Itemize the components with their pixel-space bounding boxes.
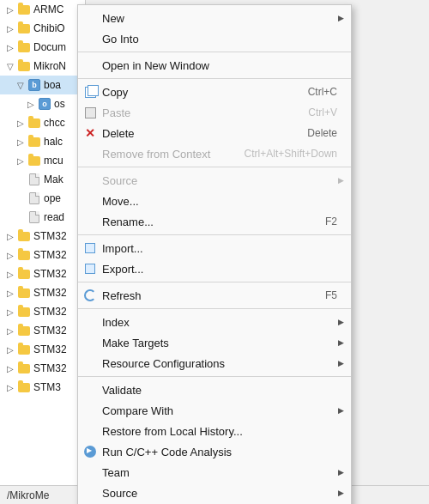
tree-item-stm32-2[interactable]: ▷ STM32 xyxy=(0,246,85,264)
menu-separator xyxy=(78,282,351,282)
tree-label: ope xyxy=(44,192,61,204)
tree-item-os[interactable]: ▷ o os xyxy=(0,94,85,113)
tree-label: halc xyxy=(44,136,63,148)
tree-arrow: ▷ xyxy=(7,288,17,298)
menu-item-label: Copy xyxy=(102,86,291,99)
tree-arrow: ▷ xyxy=(7,251,17,260)
menu-item-label: Make Targets xyxy=(102,337,337,349)
menu-item-label: Source xyxy=(102,487,337,500)
menu-item-source-1[interactable]: Source xyxy=(78,170,351,191)
menu-item-remove-context[interactable]: Remove from Context Ctrl+Alt+Shift+Down xyxy=(78,143,351,164)
menu-item-shortcut: Ctrl+Alt+Shift+Down xyxy=(245,148,337,160)
project-tree: ▷ ARMC ▷ ChibiO ▷ Docum ▽ MikroN ▽ b boa… xyxy=(0,0,86,504)
menu-item-validate[interactable]: Validate xyxy=(78,380,351,400)
tree-item-boa[interactable]: ▽ b boa xyxy=(0,76,85,94)
file-icon xyxy=(27,173,41,186)
tree-label: STM32 xyxy=(33,343,67,355)
menu-item-new[interactable]: New xyxy=(78,8,351,28)
tree-arrow: ▷ xyxy=(7,232,17,241)
menu-item-export[interactable]: Export... xyxy=(78,258,351,279)
menu-item-label: Open in New Window xyxy=(102,59,337,72)
menu-item-label: Refresh xyxy=(102,289,308,302)
export-icon xyxy=(83,262,97,276)
menu-item-run-analysis[interactable]: Run C/C++ Code Analysis xyxy=(78,441,351,462)
tree-item-stm32-5[interactable]: ▷ STM32 xyxy=(0,302,85,321)
tree-item-stm32-7[interactable]: ▷ STM32 xyxy=(0,340,85,359)
menu-item-restore-history[interactable]: Restore from Local History... xyxy=(78,421,351,441)
tree-label: read xyxy=(44,211,64,223)
tree-label: ChibiO xyxy=(33,22,65,34)
tree-arrow: ▷ xyxy=(7,364,17,373)
tree-item-mikron[interactable]: ▽ MikroN xyxy=(0,57,85,76)
menu-item-open-new-window[interactable]: Open in New Window xyxy=(78,55,351,76)
folder-blue-icon: b xyxy=(27,78,41,92)
tree-arrow: ▷ xyxy=(7,43,17,52)
folder-icon xyxy=(17,40,31,54)
menu-item-make-targets[interactable]: Make Targets xyxy=(78,332,351,353)
menu-item-paste[interactable]: Paste Ctrl+V xyxy=(78,102,351,123)
menu-item-label: Move... xyxy=(102,195,337,208)
tree-arrow: ▷ xyxy=(17,137,27,147)
menu-item-move[interactable]: Move... xyxy=(78,191,351,211)
tree-arrow: ▷ xyxy=(7,270,17,279)
file-icon xyxy=(27,210,41,224)
tree-item-halc[interactable]: ▷ halc xyxy=(0,132,85,151)
context-menu: New Go Into Open in New Window Copy Ctrl… xyxy=(77,4,352,504)
tree-item-mcu[interactable]: ▷ mcu xyxy=(0,151,85,170)
tree-item-mak[interactable]: ▷ Mak xyxy=(0,170,85,189)
menu-item-label: Resource Configurations xyxy=(102,357,337,370)
tree-label: STM32 xyxy=(33,306,67,318)
menu-item-refresh[interactable]: Refresh F5 xyxy=(78,285,351,306)
refresh-icon xyxy=(83,288,97,302)
tree-item-stm32-3[interactable]: ▷ STM32 xyxy=(0,264,85,283)
menu-item-label: Remove from Context xyxy=(102,148,227,161)
menu-item-label: Rename... xyxy=(102,216,308,228)
menu-item-team[interactable]: Team xyxy=(78,462,351,483)
tree-item-stm32-6[interactable]: ▷ STM32 xyxy=(0,321,85,340)
tree-arrow: ▷ xyxy=(7,307,17,317)
tree-label: STM32 xyxy=(33,362,67,374)
folder-icon xyxy=(27,154,41,167)
tree-arrow: ▷ xyxy=(17,118,27,128)
menu-item-rename[interactable]: Rename... F2 xyxy=(78,211,351,232)
tree-item-stm3[interactable]: ▷ STM3 xyxy=(0,378,85,397)
menu-item-compare-with[interactable]: Compare With xyxy=(78,400,351,421)
folder-icon xyxy=(17,286,31,300)
tree-item-stm32-1[interactable]: ▷ STM32 xyxy=(0,227,85,246)
tree-item-stm32-4[interactable]: ▷ STM32 xyxy=(0,283,85,302)
tree-item-armc[interactable]: ▷ ARMC xyxy=(0,0,85,19)
menu-item-shortcut: Ctrl+V xyxy=(308,106,337,118)
menu-item-shortcut: Ctrl+C xyxy=(308,86,337,98)
folder-icon xyxy=(17,3,31,16)
status-bar-text: /MikroMe xyxy=(7,489,49,501)
tree-arrow: ▷ xyxy=(17,156,27,166)
menu-item-import[interactable]: Import... xyxy=(78,238,351,258)
menu-item-source-2[interactable]: Source xyxy=(78,483,351,503)
tree-item-docum[interactable]: ▷ Docum xyxy=(0,38,85,57)
menu-item-label: Go Into xyxy=(102,33,337,46)
menu-item-resource-config[interactable]: Resource Configurations xyxy=(78,353,351,373)
menu-item-copy[interactable]: Copy Ctrl+C xyxy=(78,82,351,102)
menu-item-delete[interactable]: ✕ Delete Delete xyxy=(78,123,351,143)
tree-label: mcu xyxy=(44,155,63,167)
menu-separator xyxy=(78,234,351,235)
folder-icon xyxy=(17,380,31,394)
tree-item-ope[interactable]: ▷ ope xyxy=(0,189,85,208)
menu-separator xyxy=(78,78,351,79)
menu-separator xyxy=(78,167,351,167)
tree-arrow: ▷ xyxy=(7,345,17,355)
tree-item-read[interactable]: ▷ read xyxy=(0,208,85,227)
tree-item-chcc[interactable]: ▷ chcc xyxy=(0,113,85,132)
tree-arrow: ▷ xyxy=(7,24,17,33)
tree-label: STM32 xyxy=(33,249,67,261)
tree-arrow: ▷ xyxy=(7,326,17,336)
menu-item-index[interactable]: Index xyxy=(78,312,351,332)
menu-item-label: Import... xyxy=(102,242,337,255)
tree-item-chibio[interactable]: ▷ ChibiO xyxy=(0,19,85,38)
menu-item-go-into[interactable]: Go Into xyxy=(78,28,351,49)
menu-separator xyxy=(78,308,351,309)
tree-label: STM32 xyxy=(33,287,67,299)
menu-item-label: Index xyxy=(102,316,337,329)
tree-item-stm32-8[interactable]: ▷ STM32 xyxy=(0,359,85,378)
file-icon xyxy=(27,191,41,205)
